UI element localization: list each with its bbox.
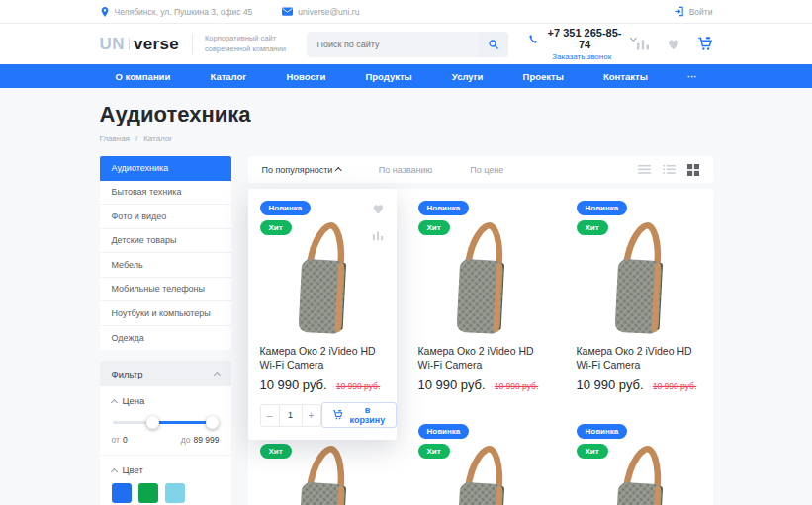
nav-item[interactable]: Услуги [452, 71, 484, 82]
phone-number[interactable]: +7 351 265-85-74 [528, 27, 636, 50]
search-input[interactable] [307, 40, 478, 49]
product-card[interactable]: НовинкаХит [565, 189, 713, 400]
product-badge: Новинка [418, 201, 470, 215]
product-old-price: 10 990 руб. [495, 381, 539, 391]
favorites-heart-icon[interactable] [667, 38, 680, 50]
sort-option-label: По цене [470, 165, 503, 175]
favorite-heart-icon[interactable] [372, 201, 385, 218]
email-link[interactable]: universe@uni.ru [282, 6, 359, 18]
color-swatch[interactable] [165, 483, 185, 503]
breadcrumb: Главная / Каталог [100, 134, 713, 143]
product-badges: НовинкаХит [577, 201, 628, 235]
chevron-up-icon [213, 372, 220, 379]
nav-item[interactable]: Продукты [365, 71, 411, 82]
price-section-label: Цена [123, 395, 145, 406]
sidebar-category-item[interactable]: Одежда [100, 326, 231, 351]
nav-item[interactable]: ··· [687, 71, 697, 82]
catalog-main: По популярности По названию По цене [248, 156, 713, 505]
product-badges: НовинкаХит [577, 424, 628, 459]
qty-value: 1 [280, 404, 302, 427]
search-button[interactable] [479, 32, 508, 57]
add-to-cart-button[interactable]: в корзину [321, 402, 398, 428]
breadcrumb-catalog[interactable]: Каталог [143, 134, 172, 143]
sidebar-category-item[interactable]: Ноутбуки и компьютеры [100, 301, 231, 326]
product-badge: Хит [577, 220, 608, 235]
location-pin-icon [100, 6, 110, 18]
filter-title: Фильтр [112, 369, 143, 379]
product-badge: Хит [260, 444, 292, 459]
product-badge: Хит [418, 220, 450, 235]
sort-option-label: По названию [379, 165, 432, 175]
nav-item[interactable]: Проекты [523, 71, 564, 82]
product-card[interactable]: НовинкаХит [248, 189, 397, 400]
slider-handle-min[interactable] [146, 416, 159, 429]
phone-text: +7 351 265-85-74 [543, 27, 625, 50]
login-icon [674, 6, 684, 17]
view-grid-icon[interactable] [687, 164, 699, 176]
sidebar-category-item[interactable]: Аудиотехника [100, 156, 231, 181]
product-badges: НовинкаХит [418, 424, 470, 459]
product-title[interactable]: Камера Око 2 iVideo HD Wi-Fi Camera [577, 344, 701, 372]
color-swatch[interactable] [112, 483, 132, 503]
color-swatch[interactable] [138, 483, 158, 503]
product-price: 10 990 руб. [577, 378, 644, 392]
logo[interactable]: UN verse [100, 35, 180, 54]
compare-icon[interactable] [636, 38, 650, 50]
product-badges: НовинкаХит [260, 201, 312, 235]
sidebar-category-item[interactable]: Мобильные телефоны [100, 278, 231, 302]
sort-option[interactable]: По названию [379, 165, 432, 175]
add-to-cart-label: в корзину [349, 405, 387, 425]
email-text: universe@uni.ru [298, 7, 359, 17]
filter-header[interactable]: Фильтр [100, 361, 231, 386]
cart-icon[interactable] [697, 37, 713, 51]
breadcrumb-home[interactable]: Главная [100, 134, 130, 143]
callback-link[interactable]: Заказать звонок [528, 52, 636, 61]
chevron-up-icon [110, 467, 117, 474]
product-badge: Хит [260, 220, 292, 235]
filter-panel: Фильтр Цена [100, 361, 231, 505]
address-text: Челябинск, ул. Пушкина 3, офис 45 [115, 7, 253, 17]
compare-icon[interactable] [372, 227, 384, 245]
nav-item[interactable]: Каталог [210, 71, 246, 82]
product-badge: Новинка [418, 424, 470, 439]
product-old-price: 10 990 руб. [336, 381, 381, 391]
site-tagline: Корпоративный сайт современной компании [192, 34, 287, 54]
price-section-toggle[interactable]: Цена [112, 395, 220, 406]
nav-item[interactable]: Контакты [603, 71, 648, 82]
price-from: от0 [112, 435, 128, 445]
view-list-icon[interactable] [638, 164, 651, 175]
logo-secondary: verse [134, 35, 179, 54]
main-nav-items: О компанииКаталогНовостиПродуктыУслугиПр… [100, 64, 713, 88]
nav-item[interactable]: О компании [116, 71, 171, 82]
sidebar-category-item[interactable]: Мебель [100, 253, 231, 278]
color-section-toggle[interactable]: Цвет [112, 464, 220, 475]
product-card[interactable]: НовинкаХит [406, 412, 555, 505]
sort-option[interactable]: По цене [470, 165, 503, 175]
product-title[interactable]: Камера Око 2 iVideo HD Wi-Fi Camera [418, 344, 543, 372]
phone-block: +7 351 265-85-74 Заказать звонок [528, 27, 636, 61]
site-search [307, 32, 507, 57]
product-badge: Новинка [577, 424, 628, 439]
product-title[interactable]: Камера Око 2 iVideo HD Wi-Fi Camera [260, 344, 385, 372]
sidebar-category-item[interactable]: Фото и видео [100, 205, 231, 229]
product-grid: НовинкаХит [248, 189, 713, 505]
product-card[interactable]: НовинкаХит [565, 412, 713, 505]
slider-handle-max[interactable] [206, 416, 219, 429]
qty-minus-button[interactable]: – [260, 404, 280, 427]
nav-item[interactable]: Новости [286, 71, 325, 82]
product-price: 10 990 руб. [418, 378, 486, 392]
sort-direction-caret-icon [335, 167, 341, 173]
search-icon [488, 39, 499, 50]
product-badge: Новинка [260, 201, 312, 215]
site-header: UN verse Корпоративный сайт современной … [0, 24, 812, 64]
category-list: АудиотехникаБытовая техникаФото и видеоД… [100, 156, 231, 350]
sort-option[interactable]: По популярности [262, 165, 341, 175]
login-link[interactable]: Войти [674, 6, 713, 17]
sidebar-category-item[interactable]: Детские товары [100, 229, 231, 254]
filter-section-price: Цена от0 до89 999 [100, 386, 231, 456]
view-detailed-list-icon[interactable] [663, 164, 676, 175]
qty-plus-button[interactable]: + [302, 404, 321, 427]
product-card[interactable]: НовинкаХит [406, 189, 555, 400]
address-link[interactable]: Челябинск, ул. Пушкина 3, офис 45 [100, 6, 253, 18]
sidebar-category-item[interactable]: Бытовая техника [100, 181, 231, 206]
